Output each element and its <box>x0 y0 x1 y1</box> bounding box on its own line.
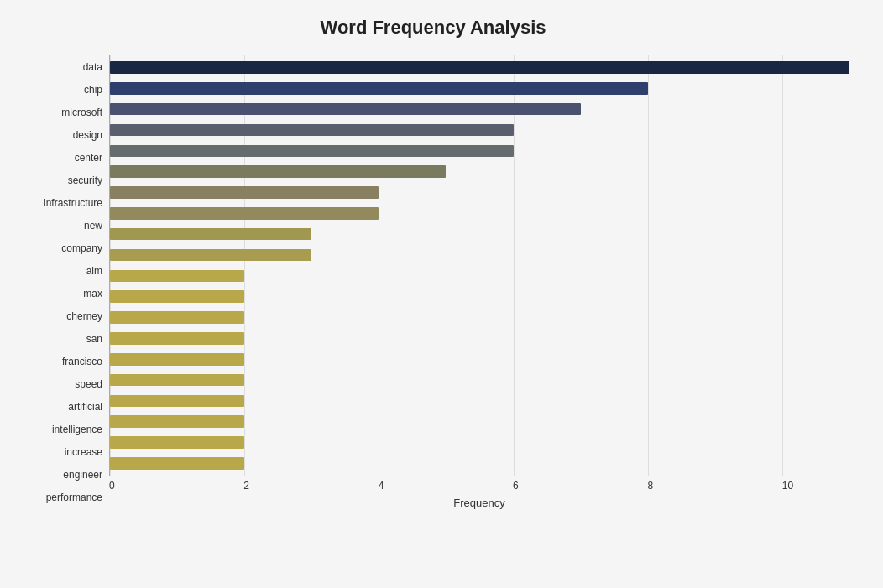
bar-cherney <box>110 290 244 303</box>
y-label-chip: chip <box>84 85 102 95</box>
x-tick-6: 6 <box>513 480 636 492</box>
bars-section <box>109 55 849 476</box>
y-axis-labels: datachipmicrosoftdesigncentersecurityinf… <box>17 55 109 509</box>
bar-row-speed <box>110 349 849 370</box>
bar-row-security <box>110 161 849 182</box>
bar-security <box>110 165 446 178</box>
bars-and-x-axis: 0246810 Frequency <box>109 55 849 509</box>
bar-row-aim <box>110 245 849 266</box>
bar-aim <box>110 249 311 262</box>
x-axis-label: Frequency <box>109 497 849 509</box>
bar-speed <box>110 353 244 366</box>
bar-performance <box>110 457 244 470</box>
x-tick-2: 2 <box>243 480 367 492</box>
bar-row-artificial <box>110 370 849 391</box>
bar-row-cherney <box>110 286 849 307</box>
y-label-new: new <box>84 221 102 231</box>
x-tick-10: 10 <box>782 480 883 492</box>
bar-row-max <box>110 265 849 286</box>
chart-title: Word Frequency Analysis <box>17 17 849 39</box>
bar-row-francisco <box>110 328 849 349</box>
y-label-increase: increase <box>65 447 102 457</box>
y-label-microsoft: microsoft <box>61 107 102 117</box>
y-label-engineer: engineer <box>63 470 102 480</box>
bar-data <box>110 61 849 74</box>
x-tick-0: 0 <box>109 480 233 492</box>
bar-increase <box>110 415 244 428</box>
y-label-intelligence: intelligence <box>52 424 102 434</box>
y-label-performance: performance <box>46 492 102 502</box>
bar-new <box>110 207 379 220</box>
y-label-center: center <box>75 153 102 163</box>
bar-row-increase <box>110 411 849 432</box>
y-label-cherney: cherney <box>66 311 102 321</box>
y-label-max: max <box>83 289 102 299</box>
x-tick-4: 4 <box>379 480 502 492</box>
bar-chip <box>110 82 648 95</box>
y-label-speed: speed <box>75 379 102 389</box>
bar-engineer <box>110 436 244 449</box>
bar-intelligence <box>110 395 244 408</box>
chart-container: Word Frequency Analysis datachipmicrosof… <box>0 0 883 588</box>
y-label-data: data <box>83 62 102 72</box>
y-label-infrastructure: infrastructure <box>44 198 102 208</box>
x-tick-8: 8 <box>647 480 771 492</box>
bar-center <box>110 145 514 158</box>
bar-row-engineer <box>110 432 849 453</box>
bar-row-new <box>110 203 849 224</box>
bar-row-intelligence <box>110 391 849 412</box>
bar-san <box>110 311 244 324</box>
bars-inner <box>110 55 849 476</box>
y-label-san: san <box>86 334 102 344</box>
bar-row-microsoft <box>110 99 849 120</box>
y-label-artificial: artificial <box>68 402 102 412</box>
chart-area: datachipmicrosoftdesigncentersecurityinf… <box>17 55 849 509</box>
bar-row-san <box>110 307 849 328</box>
bar-row-center <box>110 140 849 161</box>
bar-company <box>110 228 311 241</box>
y-label-design: design <box>73 130 102 140</box>
bar-design <box>110 124 514 137</box>
y-label-francisco: francisco <box>62 356 102 367</box>
y-label-aim: aim <box>86 266 102 276</box>
bar-row-company <box>110 224 849 245</box>
bar-row-infrastructure <box>110 182 849 203</box>
bar-row-design <box>110 120 849 141</box>
bar-row-data <box>110 57 849 78</box>
bar-francisco <box>110 332 244 345</box>
x-axis: 0246810 <box>109 476 849 493</box>
y-label-security: security <box>68 175 102 185</box>
bar-row-chip <box>110 78 849 99</box>
y-label-company: company <box>61 243 102 253</box>
bar-artificial <box>110 374 244 387</box>
bar-row-performance <box>110 453 849 474</box>
bar-max <box>110 270 244 283</box>
bar-microsoft <box>110 103 581 116</box>
bar-infrastructure <box>110 186 379 199</box>
